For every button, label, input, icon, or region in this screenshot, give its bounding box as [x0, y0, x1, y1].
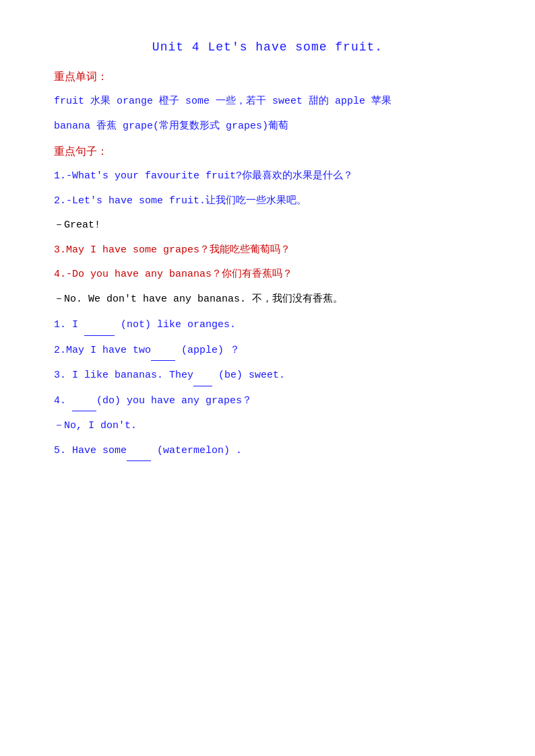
ex1-suffix: (not) like oranges. [115, 319, 236, 331]
ex3-suffix: (be) sweet. [212, 370, 285, 381]
exercise-4: 4. (do) you have any grapes？ [54, 392, 481, 412]
sentence-2: 2.-Let's have some fruit.让我们吃一些水果吧。 [54, 192, 481, 211]
exercise-1: 1. I (not) like oranges. [54, 316, 481, 336]
ex5-prefix: 5. Have some [54, 445, 127, 456]
ex4b-text: －No, I don't. [54, 420, 137, 432]
exercises-block: 1. I (not) like oranges. 2.May I have tw… [54, 316, 481, 461]
vocab-block: fruit 水果 orange 橙子 some 一些，若干 sweet 甜的 a… [54, 92, 481, 135]
sentences-block: 1.-What's your favourite fruit?你最喜欢的水果是什… [54, 167, 481, 309]
ex1-prefix: 1. I [54, 319, 84, 331]
ex3-prefix: 3. I like bananas. They [54, 370, 193, 381]
sentence-3: －Great! [54, 216, 481, 236]
exercise-2: 2.May I have two (apple) ？ [54, 341, 481, 362]
ex2-prefix: 2.May I have two [54, 345, 151, 356]
ex3-blank [193, 366, 212, 386]
ex4-blank [72, 392, 96, 412]
sentence-header: 重点句子： [54, 145, 481, 159]
vocab-line-2: banana 香蕉 grape(常用复数形式 grapes)葡萄 [54, 117, 481, 135]
page-title: Unit 4 Let's have some fruit. [54, 40, 481, 54]
ex2-suffix: (apple) ？ [175, 345, 240, 356]
sentence-1: 1.-What's your favourite fruit?你最喜欢的水果是什… [54, 167, 481, 186]
vocab-header: 重点单词： [54, 70, 481, 84]
exercise-5: 5. Have some (watermelon) . [54, 442, 481, 462]
ex1-blank [84, 316, 115, 336]
ex5-blank [127, 442, 151, 462]
ex2-blank [151, 341, 175, 362]
sentence-5: 4.-Do you have any bananas？你们有香蕉吗？ [54, 265, 481, 285]
exercise-3: 3. I like bananas. They (be) sweet. [54, 366, 481, 386]
exercise-4b: －No, I don't. [54, 417, 481, 436]
sentence-4: 3.May I have some grapes？我能吃些葡萄吗？ [54, 241, 481, 261]
ex4-prefix: 4. [54, 395, 72, 407]
vocab-line-1: fruit 水果 orange 橙子 some 一些，若干 sweet 甜的 a… [54, 92, 481, 110]
sentence-6: －No. We don't have any bananas. 不，我们没有香蕉… [54, 290, 481, 310]
ex4-suffix: (do) you have any grapes？ [96, 395, 252, 407]
ex5-suffix: (watermelon) . [151, 445, 242, 456]
